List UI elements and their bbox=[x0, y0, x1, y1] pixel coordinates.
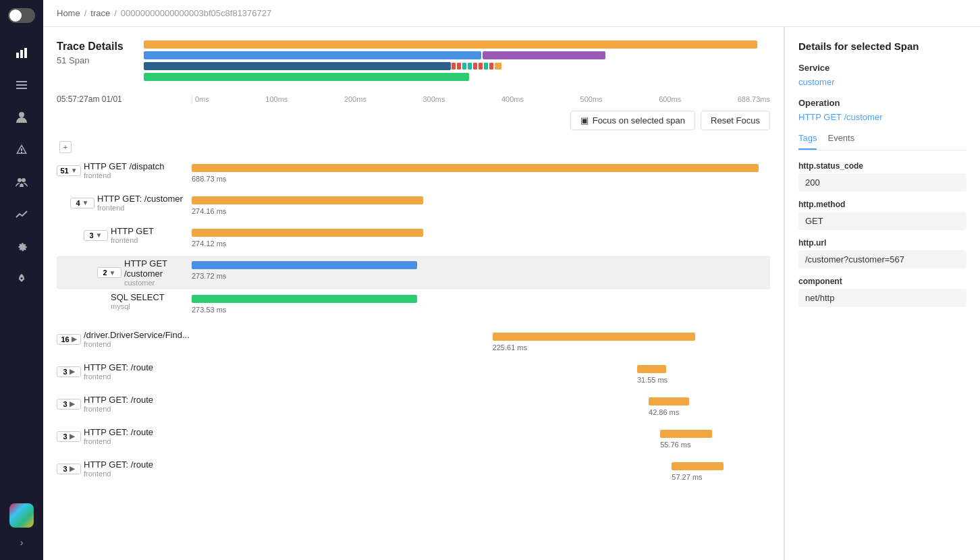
span-bar-3 bbox=[192, 229, 423, 237]
breadcrumb-home[interactable]: Home bbox=[57, 8, 80, 18]
svg-rect-7 bbox=[21, 148, 22, 151]
operation-label: Operation bbox=[798, 98, 967, 108]
span-badge-container-5: SQL SELECT mysql bbox=[57, 292, 165, 310]
breadcrumb-id: 00000000000000003bf05c8f81376727 bbox=[121, 8, 271, 18]
span-name-1: HTTP GET /dispatch bbox=[84, 161, 164, 171]
span-right-5: 273.53 ms bbox=[192, 292, 770, 314]
span-info-10: HTTP GET: /route frontend bbox=[84, 459, 153, 478]
span-badge-7[interactable]: 3 ▶ bbox=[57, 366, 81, 377]
span-badge-container-4: 2 ▼ HTTP GET /customer customer bbox=[57, 258, 186, 287]
trace-timestamp: 05:57:27am 01/01 bbox=[57, 94, 192, 104]
span-arrow-1: ▼ bbox=[71, 167, 78, 174]
span-service-3: frontend bbox=[111, 236, 154, 244]
controls: ▣ Focus on selected span Reset Focus bbox=[57, 111, 770, 130]
svg-rect-8 bbox=[21, 152, 22, 153]
span-bar-1 bbox=[192, 164, 759, 172]
sidebar-item-alert[interactable] bbox=[8, 136, 35, 163]
span-bar-container-5 bbox=[192, 295, 770, 303]
table-row: 3 ▶ HTTP GET: /route frontend bbox=[57, 424, 770, 457]
right-panel: Details for selected Span Service custom… bbox=[784, 27, 980, 560]
svg-rect-1 bbox=[20, 50, 23, 58]
span-info-6: /driver.DriverService/Find... frontend bbox=[84, 330, 190, 348]
service-label: Service bbox=[798, 63, 967, 73]
minimap bbox=[144, 40, 770, 81]
sidebar-toggle[interactable] bbox=[8, 8, 35, 23]
tag-value-url: /customer?customer=567 bbox=[798, 250, 967, 269]
svg-rect-3 bbox=[16, 81, 27, 82]
span-badge-3[interactable]: 3 ▼ bbox=[84, 230, 108, 241]
slack-icon[interactable] bbox=[9, 503, 34, 528]
tag-value-status: 200 bbox=[798, 173, 967, 192]
span-badge-10[interactable]: 3 ▶ bbox=[57, 464, 81, 474]
main-content: Home / trace / 00000000000000003bf05c8f8… bbox=[43, 0, 980, 560]
span-name-8: HTTP GET: /route bbox=[84, 395, 153, 405]
minimap-row-1 bbox=[144, 40, 758, 49]
span-count-7: 3 bbox=[63, 368, 67, 376]
span-info-4: HTTP GET /customer customer bbox=[124, 258, 186, 287]
svg-rect-5 bbox=[16, 88, 27, 89]
span-badge-container-2: 4 ▼ HTTP GET: /customer frontend bbox=[57, 194, 183, 212]
span-bar-container-6 bbox=[192, 333, 770, 341]
table-row: 3 ▶ HTTP GET: /route frontend bbox=[57, 360, 770, 392]
tab-events[interactable]: Events bbox=[827, 133, 854, 150]
service-value[interactable]: customer bbox=[798, 77, 967, 87]
focus-selected-span-button[interactable]: ▣ Focus on selected span bbox=[570, 111, 695, 130]
span-bar-container-10 bbox=[192, 462, 770, 470]
sidebar-collapse-button[interactable]: › bbox=[8, 533, 35, 552]
svg-point-10 bbox=[22, 178, 26, 182]
sidebar-item-settings[interactable] bbox=[8, 233, 35, 260]
sidebar-item-chart[interactable] bbox=[8, 201, 35, 228]
breadcrumb: Home / trace / 00000000000000003bf05c8f8… bbox=[43, 0, 980, 27]
span-count-10: 3 bbox=[63, 465, 67, 473]
span-name-9: HTTP GET: /route bbox=[84, 427, 153, 437]
span-left-8: 3 ▶ HTTP GET: /route frontend bbox=[57, 395, 192, 413]
tick-600: 600ms bbox=[659, 95, 681, 103]
breadcrumb-trace[interactable]: trace bbox=[90, 8, 110, 18]
tag-label-status: http.status_code bbox=[798, 161, 967, 171]
span-bar-10 bbox=[672, 462, 724, 470]
span-badge-6[interactable]: 16 ▶ bbox=[57, 334, 81, 345]
spans-container: + 51 ▼ HTTP GET /dispatch frontend bbox=[57, 141, 770, 489]
sidebar-item-rocket[interactable] bbox=[8, 266, 35, 293]
span-count-4: 2 bbox=[103, 269, 107, 277]
span-bar-container-9 bbox=[192, 430, 770, 438]
tick-200: 200ms bbox=[344, 95, 366, 103]
span-right-6: 225.61 ms bbox=[192, 330, 770, 352]
span-arrow-2: ▼ bbox=[82, 199, 89, 206]
span-badge-1[interactable]: 51 ▼ bbox=[57, 165, 81, 176]
trace-panel: Trace Details 51 Span bbox=[43, 27, 784, 560]
tag-row-component: component net/http bbox=[798, 277, 967, 307]
span-service-7: frontend bbox=[84, 372, 153, 381]
span-service-9: frontend bbox=[84, 437, 153, 445]
span-service-1: frontend bbox=[84, 171, 164, 179]
span-count-3: 3 bbox=[89, 231, 93, 240]
span-bar-4 bbox=[192, 261, 417, 269]
span-arrow-8: ▶ bbox=[70, 400, 75, 408]
span-name-10: HTTP GET: /route bbox=[84, 459, 153, 470]
sidebar-item-list[interactable] bbox=[8, 72, 35, 99]
tick-100: 100ms bbox=[265, 95, 288, 103]
span-duration-4: 273.72 ms bbox=[192, 272, 770, 280]
sidebar-item-barchart[interactable] bbox=[8, 39, 35, 66]
span-badge-4[interactable]: 2 ▼ bbox=[97, 267, 121, 278]
sidebar-item-person[interactable] bbox=[8, 104, 35, 131]
tick-end: 688.73ms bbox=[738, 95, 770, 103]
span-bar-container-3 bbox=[192, 229, 770, 237]
span-badge-9[interactable]: 3 ▶ bbox=[57, 431, 81, 442]
span-badge-8[interactable]: 3 ▶ bbox=[57, 399, 81, 410]
span-right-7: 31.55 ms bbox=[192, 362, 770, 384]
span-count-8: 3 bbox=[63, 400, 67, 408]
reset-focus-button[interactable]: Reset Focus bbox=[701, 111, 770, 130]
table-row: 3 ▶ HTTP GET: /route frontend bbox=[57, 392, 770, 424]
sidebar-item-group[interactable] bbox=[8, 169, 35, 196]
span-left-7: 3 ▶ HTTP GET: /route frontend bbox=[57, 362, 192, 381]
svg-point-9 bbox=[18, 178, 22, 182]
trace-span-count: 51 Span bbox=[57, 55, 124, 65]
time-ticks: 0ms 100ms 200ms 300ms 400ms 500ms 600ms … bbox=[192, 95, 770, 103]
svg-rect-4 bbox=[16, 84, 27, 86]
expand-all-button[interactable]: + bbox=[59, 141, 72, 153]
span-right-1: 688.73 ms bbox=[192, 161, 770, 183]
span-bar-6 bbox=[493, 333, 695, 341]
span-badge-2[interactable]: 4 ▼ bbox=[70, 198, 94, 208]
tab-tags[interactable]: Tags bbox=[798, 133, 817, 150]
